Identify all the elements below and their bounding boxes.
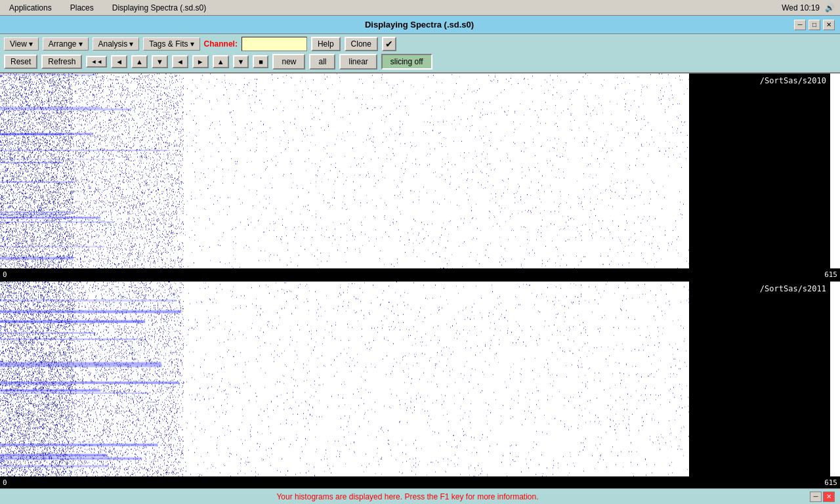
spectrum-panel-s2011: /SortSas/s2011 0 615 [0, 282, 840, 488]
spectrum-view-s2010: // This will be rendered as static SVG w… [0, 74, 840, 268]
status-message: Your histograms are displayed here. Pres… [5, 492, 810, 501]
analysis-menu-arrow: ▾ [129, 39, 133, 49]
axis-end-s2010: 615 [824, 270, 837, 279]
spectrum-view-s2011: /SortSas/s2011 [0, 282, 840, 476]
toolbar-row2: Reset Refresh ◄◄ ◄ ▲ ▼ ◄ ► ▲ ▼ ■ new all… [4, 54, 836, 70]
new-mode-button[interactable]: new [272, 54, 305, 70]
axis-start-s2010: 0 [3, 270, 7, 279]
axis-start-s2011: 0 [3, 478, 7, 487]
tags-fits-menu-arrow: ▾ [190, 39, 194, 49]
all-mode-button[interactable]: all [309, 54, 335, 70]
spectrum-sidebar-s2011: /SortSas/s2011 [689, 282, 830, 476]
refresh-button[interactable]: Refresh [41, 54, 82, 69]
axis-end-s2011: 615 [824, 478, 837, 487]
nav-page-down-button[interactable]: ▼ [233, 55, 249, 68]
channel-label: Channel: [204, 39, 238, 49]
status-icon-close[interactable]: ✕ [823, 492, 835, 502]
toolbar-row1: View ▾ Arrange ▾ Analysis ▾ Tags & Fits … [4, 37, 836, 51]
spectrum-axis-s2011: 0 615 [0, 476, 840, 488]
nav-stop-button[interactable]: ■ [253, 55, 268, 68]
status-icon-minimize[interactable]: ─ [810, 492, 822, 502]
view-menu-arrow: ▾ [29, 39, 33, 49]
title-bar-controls: ─ □ ✕ [794, 20, 835, 30]
maximize-button[interactable]: □ [808, 20, 820, 30]
system-bar-left: Applications Places Displaying Spectra (… [5, 2, 210, 14]
status-icons: ─ ✕ [810, 492, 835, 502]
applications-menu[interactable]: Applications [5, 2, 56, 14]
system-bar: Applications Places Displaying Spectra (… [0, 0, 840, 16]
window-title: Displaying Spectra (.sd.s0) [45, 20, 794, 30]
minimize-button[interactable]: ─ [794, 20, 806, 30]
spectrum-canvas-s2011[interactable] [0, 282, 689, 476]
volume-icon[interactable]: 🔊 [825, 3, 835, 12]
tags-fits-menu-button[interactable]: Tags & Fits ▾ [143, 37, 200, 51]
spectrum-plot-s2010[interactable]: // This will be rendered as static SVG w… [0, 74, 689, 268]
arrange-menu-arrow: ▾ [79, 39, 83, 49]
spectrum-axis-s2010: 0 615 [0, 268, 840, 280]
toolbar-area: View ▾ Arrange ▾ Analysis ▾ Tags & Fits … [0, 34, 840, 74]
arrange-menu-button[interactable]: Arrange ▾ [43, 37, 89, 51]
slicing-off-mode-button[interactable]: slicing off [381, 54, 432, 70]
nav-down-button[interactable]: ▼ [152, 55, 168, 68]
status-bar: Your histograms are displayed here. Pres… [0, 488, 840, 504]
spectrum-panel-s2010: // This will be rendered as static SVG w… [0, 74, 840, 282]
system-bar-right: Wed 10:19 🔊 [782, 3, 835, 12]
content-area: // This will be rendered as static SVG w… [0, 74, 840, 488]
analysis-menu-button[interactable]: Analysis ▾ [93, 37, 140, 51]
places-menu[interactable]: Places [66, 2, 98, 14]
channel-input[interactable] [242, 37, 307, 51]
main-window: Displaying Spectra (.sd.s0) ─ □ ✕ View ▾… [0, 16, 840, 504]
window-title-in-bar: Displaying Spectra (.sd.s0) [108, 2, 210, 14]
spectrum-label-s2011: /SortSas/s2011 [760, 284, 826, 293]
reset-button[interactable]: Reset [4, 54, 37, 69]
clone-button[interactable]: Clone [345, 37, 378, 51]
spectrum-plot-s2011[interactable] [0, 282, 689, 476]
spectrum-sidebar-s2010: /SortSas/s2010 [689, 74, 830, 268]
clock: Wed 10:19 [782, 3, 820, 12]
nav-up-button[interactable]: ▲ [131, 55, 148, 68]
nav-page-up-button[interactable]: ▲ [213, 55, 229, 68]
nav-first-button[interactable]: ◄◄ [86, 56, 107, 68]
spectrum-label-s2010: /SortSas/s2010 [760, 76, 826, 85]
linear-mode-button[interactable]: linear [339, 54, 377, 70]
help-button[interactable]: Help [311, 37, 341, 51]
nav-left-button[interactable]: ◄ [172, 55, 188, 68]
close-button[interactable]: ✕ [823, 20, 835, 30]
checkbox-button[interactable]: ✔ [382, 37, 396, 51]
view-menu-button[interactable]: View ▾ [4, 37, 39, 51]
nav-prev-button[interactable]: ◄ [111, 55, 127, 68]
nav-right-button[interactable]: ► [192, 55, 209, 68]
title-bar: Displaying Spectra (.sd.s0) ─ □ ✕ [0, 16, 840, 34]
spectrum-canvas-s2010[interactable] [0, 74, 689, 268]
